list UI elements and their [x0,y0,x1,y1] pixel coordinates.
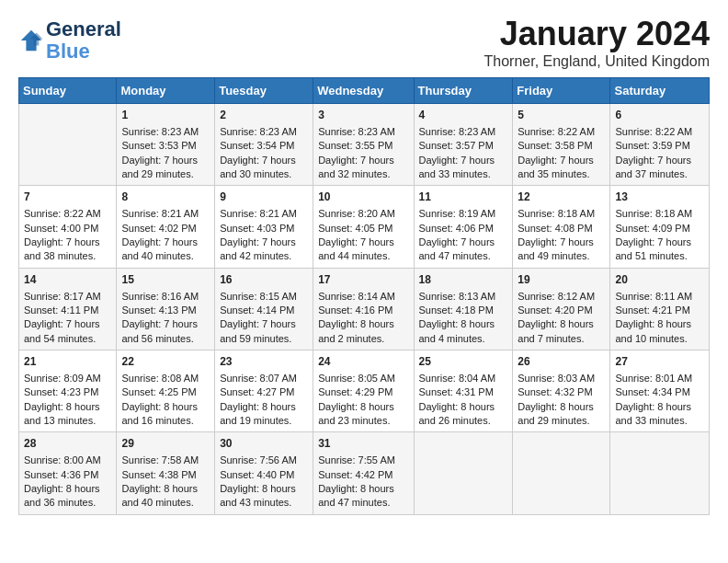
month-title: January 2024 [484,15,710,53]
cell-content-line: Sunrise: 8:23 AM [121,126,199,137]
weekday-header-cell: Sunday [19,78,117,104]
cell-content-line: Daylight: 8 hours [220,483,296,494]
cell-content-line: Sunset: 4:29 PM [318,386,392,397]
calendar-cell: 12Sunrise: 8:18 AMSunset: 4:08 PMDayligh… [513,186,610,268]
cell-content-line: Sunset: 3:53 PM [121,140,196,151]
calendar-table: SundayMondayTuesdayWednesdayThursdayFrid… [18,77,710,515]
weekday-header-row: SundayMondayTuesdayWednesdayThursdayFrid… [19,78,710,104]
calendar-cell: 18Sunrise: 8:13 AMSunset: 4:18 PMDayligh… [414,268,513,350]
calendar-cell: 15Sunrise: 8:16 AMSunset: 4:13 PMDayligh… [117,268,215,350]
cell-content-line: Sunset: 4:00 PM [24,223,98,234]
cell-content-line: and 43 minutes. [220,497,291,508]
cell-content-line: Sunset: 4:36 PM [24,469,98,480]
cell-content-line: Daylight: 8 hours [518,318,594,329]
calendar-week-row: 7Sunrise: 8:22 AMSunset: 4:00 PMDaylight… [19,186,710,268]
day-number: 21 [24,354,111,370]
cell-content-line: Sunrise: 7:55 AM [318,454,395,465]
calendar-week-row: 1Sunrise: 8:23 AMSunset: 3:53 PMDaylight… [19,104,710,186]
cell-content-line: Daylight: 8 hours [518,401,594,412]
cell-content-line: and 35 minutes. [518,168,589,179]
cell-content-line: and 19 minutes. [220,415,291,426]
calendar-cell: 6Sunrise: 8:22 AMSunset: 3:59 PMDaylight… [610,104,710,186]
calendar-cell: 1Sunrise: 8:23 AMSunset: 3:53 PMDaylight… [117,104,215,186]
cell-content-line: and 49 minutes. [518,250,589,261]
cell-content-line: Daylight: 8 hours [615,401,691,412]
calendar-cell: 29Sunrise: 7:58 AMSunset: 4:38 PMDayligh… [117,432,215,514]
weekday-header-cell: Monday [117,78,215,104]
calendar-cell: 16Sunrise: 8:15 AMSunset: 4:14 PMDayligh… [215,268,313,350]
cell-content-line: Sunrise: 8:04 AM [419,373,496,384]
cell-content-line: Sunrise: 8:00 AM [24,454,101,465]
cell-content-line: Daylight: 8 hours [121,401,198,412]
day-number: 26 [518,354,605,370]
cell-content-line: Sunset: 4:23 PM [24,386,98,397]
cell-content-line: and 13 minutes. [24,415,96,426]
cell-content-line: Daylight: 8 hours [121,483,198,494]
cell-content-line: Daylight: 8 hours [419,318,495,329]
cell-content-line: Sunset: 4:14 PM [220,304,294,316]
cell-content-line: Sunset: 4:21 PM [615,304,689,316]
cell-content-line: and 30 minutes. [220,168,291,179]
calendar-cell: 13Sunrise: 8:18 AMSunset: 4:09 PMDayligh… [610,186,710,268]
calendar-cell: 20Sunrise: 8:11 AMSunset: 4:21 PMDayligh… [610,268,710,350]
calendar-cell: 2Sunrise: 8:23 AMSunset: 3:54 PMDaylight… [215,104,313,186]
cell-content-line: and 29 minutes. [121,168,193,179]
day-number: 24 [318,354,408,370]
day-number: 28 [24,436,111,452]
cell-content-line: Daylight: 8 hours [318,318,394,329]
cell-content-line: Daylight: 8 hours [318,483,394,494]
cell-content-line: and 7 minutes. [518,333,584,344]
cell-content-line: Sunset: 4:05 PM [318,223,392,234]
cell-content-line: Daylight: 7 hours [121,236,198,247]
cell-content-line: Sunset: 4:34 PM [615,386,689,397]
day-number: 19 [518,272,605,288]
cell-content-line: Daylight: 7 hours [121,155,198,166]
calendar-cell: 3Sunrise: 8:23 AMSunset: 3:55 PMDaylight… [313,104,414,186]
cell-content-line: Daylight: 7 hours [24,318,100,329]
cell-content-line: Sunset: 4:38 PM [121,469,196,480]
calendar-cell: 23Sunrise: 8:07 AMSunset: 4:27 PMDayligh… [215,350,313,432]
day-number: 12 [518,190,605,205]
day-number: 29 [121,436,210,452]
cell-content-line: and 4 minutes. [419,333,485,344]
cell-content-line: Sunset: 4:06 PM [419,223,494,234]
day-number: 22 [121,354,210,370]
cell-content-line: Sunset: 4:13 PM [121,304,196,316]
cell-content-line: and 16 minutes. [121,415,193,426]
calendar-week-row: 28Sunrise: 8:00 AMSunset: 4:36 PMDayligh… [19,432,710,514]
cell-content-line: Sunset: 4:32 PM [518,386,592,397]
calendar-cell [414,432,513,514]
cell-content-line: Sunset: 4:11 PM [24,304,98,316]
cell-content-line: Sunrise: 8:20 AM [318,208,395,219]
day-number: 30 [220,436,308,452]
day-number: 2 [220,108,308,123]
calendar-week-row: 21Sunrise: 8:09 AMSunset: 4:23 PMDayligh… [19,350,710,432]
cell-content-line: Sunrise: 8:07 AM [220,373,297,384]
cell-content-line: and 33 minutes. [419,168,491,179]
calendar-cell: 14Sunrise: 8:17 AMSunset: 4:11 PMDayligh… [19,268,117,350]
calendar-cell [610,432,710,514]
weekday-header-cell: Friday [513,78,610,104]
calendar-cell: 30Sunrise: 7:56 AMSunset: 4:40 PMDayligh… [215,432,313,514]
day-number: 25 [419,354,508,370]
calendar-cell [513,432,610,514]
cell-content-line: Daylight: 8 hours [318,401,394,412]
weekday-header-cell: Thursday [414,78,513,104]
cell-content-line: Sunset: 4:02 PM [121,223,196,234]
cell-content-line: Sunrise: 8:21 AM [220,208,297,219]
cell-content-line: Daylight: 8 hours [24,483,100,494]
cell-content-line: and 33 minutes. [615,415,687,426]
cell-content-line: and 36 minutes. [24,497,96,508]
cell-content-line: and 42 minutes. [220,250,291,261]
day-number: 6 [615,108,704,123]
cell-content-line: Sunset: 4:08 PM [518,223,592,234]
cell-content-line: Daylight: 7 hours [518,236,594,247]
cell-content-line: and 56 minutes. [121,333,193,344]
cell-content-line: and 47 minutes. [318,497,390,508]
cell-content-line: Daylight: 7 hours [318,236,394,247]
cell-content-line: and 44 minutes. [318,250,390,261]
cell-content-line: Daylight: 8 hours [220,401,296,412]
cell-content-line: Sunrise: 8:05 AM [318,373,395,384]
calendar-cell: 25Sunrise: 8:04 AMSunset: 4:31 PMDayligh… [414,350,513,432]
cell-content-line: and 54 minutes. [24,333,96,344]
